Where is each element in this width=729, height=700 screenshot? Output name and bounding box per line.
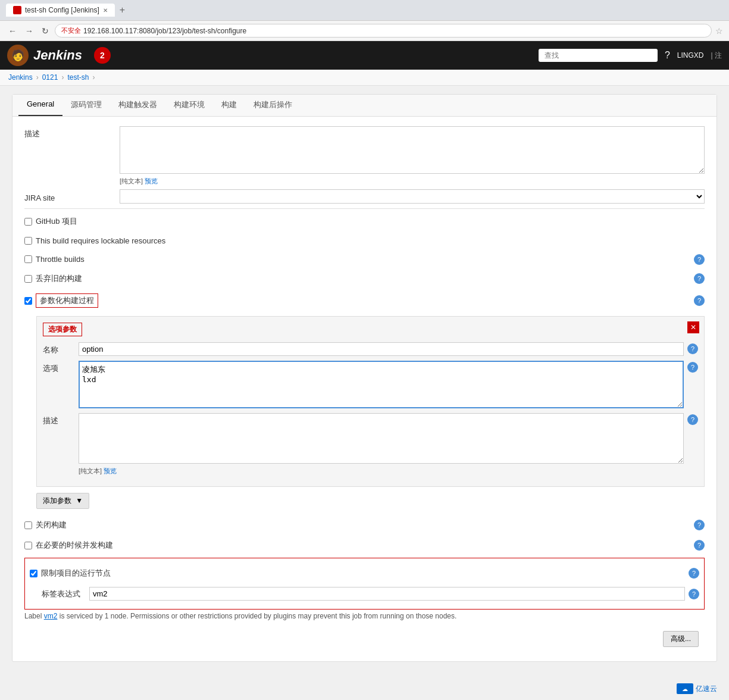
disable-build-row: 关闭构建 ? bbox=[24, 515, 705, 535]
github-label[interactable]: GitHub 项目 bbox=[36, 216, 77, 227]
throttle-help-icon[interactable]: ? bbox=[694, 254, 705, 265]
back-button[interactable]: ← bbox=[6, 25, 19, 37]
jenkins-login: | 注 bbox=[711, 51, 722, 61]
new-tab-button[interactable]: + bbox=[120, 5, 125, 15]
param-desc-label: 描述 bbox=[43, 413, 79, 426]
throttle-checkbox[interactable] bbox=[24, 255, 32, 263]
discard-row: 丢弃旧的构建 ? bbox=[24, 268, 705, 289]
jenkins-help-button[interactable]: ? bbox=[665, 50, 670, 61]
github-checkbox-row: GitHub 项目 bbox=[24, 213, 77, 230]
label-expr-label: 标签表达式 bbox=[42, 589, 89, 599]
add-param-wrap: 添加参数 ▼ bbox=[36, 493, 705, 509]
throttle-label[interactable]: Throttle builds bbox=[36, 255, 85, 264]
jira-control bbox=[120, 189, 705, 204]
restrict-row: 限制项目的运行节点 ? bbox=[30, 563, 699, 583]
node-info-text: is serviced by 1 node. Permissions or ot… bbox=[57, 612, 456, 620]
lockable-checkbox[interactable] bbox=[24, 237, 32, 245]
tab-env[interactable]: 构建环境 bbox=[165, 95, 213, 116]
disable-build-checkbox[interactable] bbox=[24, 521, 32, 529]
parameterize-help-icon[interactable]: ? bbox=[694, 295, 705, 306]
param-desc-help-icon[interactable]: ? bbox=[687, 414, 698, 425]
parameterize-label[interactable]: 参数化构建过程 bbox=[36, 293, 98, 308]
browser-toolbar: ← → ↻ 不安全 192.168.100.117:8080/job/123/j… bbox=[0, 21, 729, 41]
label-expr-help-icon[interactable]: ? bbox=[689, 589, 699, 599]
param-choices-row: 选项 凌旭东 lxd ? bbox=[43, 361, 698, 408]
restrict-checkbox-row: 限制项目的运行节点 bbox=[30, 565, 111, 582]
browser-tab[interactable]: test-sh Config [Jenkins] ✕ bbox=[6, 4, 115, 17]
add-param-label: 添加参数 bbox=[43, 496, 71, 505]
lockable-checkbox-row: This build requires lockable resources bbox=[24, 233, 165, 248]
concurrent-checkbox-row: 在必要的时候并发构建 bbox=[24, 537, 113, 554]
discard-checkbox[interactable] bbox=[24, 275, 32, 283]
discard-help-icon[interactable]: ? bbox=[694, 273, 705, 284]
parameterize-checkbox-row: 参数化构建过程 bbox=[24, 290, 98, 311]
node-info-prefix: Label bbox=[24, 612, 44, 620]
github-row: GitHub 项目 bbox=[24, 211, 705, 232]
breadcrumb-0121[interactable]: 0121 bbox=[42, 73, 58, 82]
forward-button[interactable]: → bbox=[23, 25, 36, 37]
param-choices-textarea[interactable]: 凌旭东 lxd bbox=[79, 361, 684, 408]
preview-link-row: [纯文本] 预览 bbox=[120, 177, 705, 186]
tab-title: test-sh Config [Jenkins] bbox=[25, 6, 99, 14]
plain-text-label: [纯文本] bbox=[120, 177, 143, 185]
tab-triggers[interactable]: 构建触发器 bbox=[110, 95, 165, 116]
param-preview-link-row: [纯文本] 预览 bbox=[79, 467, 684, 476]
param-choices-help-icon[interactable]: ? bbox=[687, 362, 698, 373]
advanced-button[interactable]: 高级... bbox=[663, 631, 699, 647]
jenkins-notification-badge[interactable]: 2 bbox=[94, 47, 111, 64]
preview-link[interactable]: 预览 bbox=[145, 177, 158, 185]
param-section: 选项参数 ✕ 名称 ? 选项 凌旭东 lxd ? 描述 bbox=[36, 316, 705, 487]
restrict-checkbox[interactable] bbox=[30, 570, 37, 577]
parameterize-row: 参数化构建过程 ? bbox=[24, 289, 705, 312]
param-plain-text-label: [纯文本] bbox=[79, 467, 102, 474]
jira-row: JIRA site bbox=[24, 189, 705, 204]
jira-label: JIRA site bbox=[24, 191, 120, 202]
label-expr-input[interactable] bbox=[89, 587, 685, 601]
label-expr-row: 标签表达式 ? bbox=[42, 587, 699, 601]
param-close-button[interactable]: ✕ bbox=[687, 321, 699, 333]
browser-titlebar: test-sh Config [Jenkins] ✕ + bbox=[0, 0, 729, 21]
tab-close-btn[interactable]: ✕ bbox=[103, 7, 108, 14]
github-checkbox[interactable] bbox=[24, 218, 32, 226]
tab-post[interactable]: 构建后操作 bbox=[245, 95, 301, 116]
lockable-label[interactable]: This build requires lockable resources bbox=[36, 236, 165, 245]
tab-general[interactable]: General bbox=[18, 95, 62, 116]
param-name-input[interactable] bbox=[79, 342, 684, 356]
jenkins-avatar: 🧑 bbox=[7, 45, 29, 66]
concurrent-help-icon[interactable]: ? bbox=[694, 540, 705, 551]
jira-select[interactable] bbox=[120, 189, 705, 204]
jenkins-title: Jenkins bbox=[33, 48, 82, 63]
bookmark-button[interactable]: ☆ bbox=[715, 26, 723, 36]
concurrent-label[interactable]: 在必要的时候并发构建 bbox=[36, 540, 113, 551]
restrict-label[interactable]: 限制项目的运行节点 bbox=[41, 568, 111, 579]
address-text: 192.168.100.117:8080/job/123/job/test-sh… bbox=[83, 27, 246, 35]
breadcrumb-jenkins[interactable]: Jenkins bbox=[8, 73, 33, 82]
discard-checkbox-row: 丢弃旧的构建 bbox=[24, 270, 82, 287]
parameterize-checkbox[interactable] bbox=[24, 297, 32, 305]
reload-button[interactable]: ↻ bbox=[39, 25, 51, 37]
discard-label[interactable]: 丢弃旧的构建 bbox=[36, 273, 82, 284]
main-content: General 源码管理 构建触发器 构建环境 构建 构建后操作 描述 [纯文本… bbox=[0, 86, 729, 670]
tab-source[interactable]: 源码管理 bbox=[62, 95, 110, 116]
breadcrumb-test-sh[interactable]: test-sh bbox=[67, 73, 89, 82]
tab-favicon bbox=[13, 6, 21, 14]
jenkins-search-input[interactable] bbox=[539, 49, 658, 62]
param-header: 选项参数 bbox=[43, 323, 698, 336]
param-name-help-icon[interactable]: ? bbox=[687, 343, 698, 354]
config-panel: General 源码管理 构建触发器 构建环境 构建 构建后操作 描述 [纯文本… bbox=[12, 94, 717, 662]
tab-build[interactable]: 构建 bbox=[213, 95, 245, 116]
jenkins-username: LINGXD bbox=[677, 51, 704, 60]
add-param-button[interactable]: 添加参数 ▼ bbox=[36, 493, 89, 509]
concurrent-checkbox[interactable] bbox=[24, 542, 32, 549]
address-bar: 不安全 192.168.100.117:8080/job/123/job/tes… bbox=[55, 24, 712, 38]
description-textarea[interactable] bbox=[120, 126, 705, 174]
description-label: 描述 bbox=[24, 126, 120, 139]
node-info-link[interactable]: vm2 bbox=[44, 612, 58, 620]
restrict-help-icon[interactable]: ? bbox=[689, 568, 699, 579]
param-desc-textarea[interactable] bbox=[79, 413, 684, 464]
jenkins-header: 🧑 Jenkins 2 ? LINGXD | 注 bbox=[0, 41, 729, 70]
disable-build-help-icon[interactable]: ? bbox=[694, 520, 705, 530]
param-preview-link[interactable]: 预览 bbox=[104, 467, 117, 474]
jenkins-logo: 🧑 Jenkins bbox=[7, 45, 82, 66]
disable-build-label[interactable]: 关闭构建 bbox=[36, 520, 67, 530]
